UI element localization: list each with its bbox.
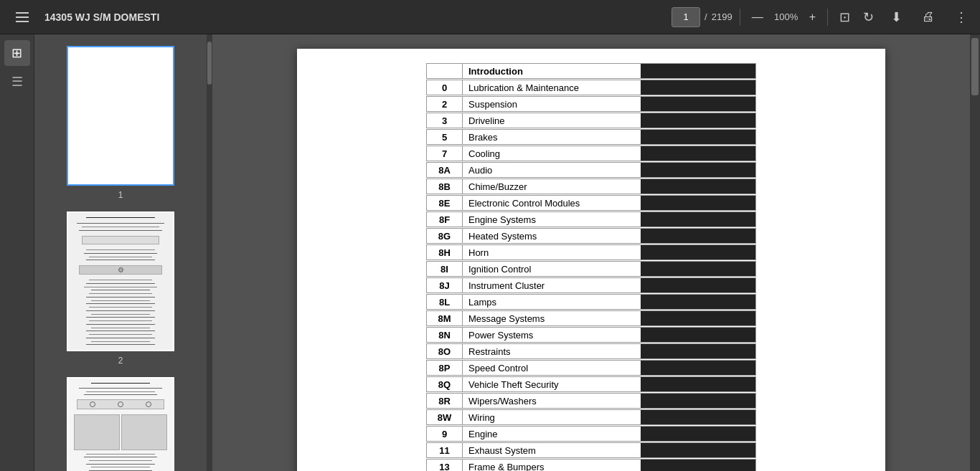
toc-container: Introduction 0 Lubrication & Maintenance… [426, 63, 756, 471]
right-scrollbar-thumb [971, 38, 979, 95]
toc-label: Brakes [463, 130, 641, 144]
thumbnail-number-2: 2 [118, 356, 123, 366]
toc-entry-19[interactable]: 8R Wipers/Washers [426, 393, 756, 409]
toc-bar [641, 97, 755, 111]
page-input[interactable] [672, 7, 700, 27]
toc-bar-intro [641, 64, 755, 78]
toc-bar [641, 245, 755, 260]
more-button[interactable]: ⋮ [951, 6, 971, 28]
history-icon: ↻ [863, 9, 874, 25]
toc-entry-0[interactable]: 0 Lubrication & Maintenance [426, 80, 756, 95]
toc-num: 2 [427, 97, 463, 111]
toc-entry-7[interactable]: 8E Electronic Control Modules [426, 195, 756, 211]
outline-view-button[interactable]: ☰ [4, 69, 30, 95]
fit-page-button[interactable]: ⊡ [835, 6, 854, 28]
thumbnail-item-1[interactable]: 1 [34, 40, 207, 206]
toc-entry-2[interactable]: 3 Driveline [426, 113, 756, 128]
toc-entry-12[interactable]: 8J Instrument Cluster [426, 277, 756, 293]
toc-entry-13[interactable]: 8L Lamps [426, 294, 756, 310]
thumbnail-image-2: ⚙ [67, 211, 174, 351]
thumbnails-panel[interactable]: 1 ⚙ [34, 34, 207, 471]
toc-entry-14[interactable]: 8M Message Systems [426, 310, 756, 326]
right-scrollbar[interactable] [970, 34, 980, 471]
toc-entry-23[interactable]: 13 Frame & Bumpers [426, 459, 756, 471]
print-button[interactable]: 🖨 [918, 6, 939, 27]
toc-bar [641, 344, 755, 358]
toc-label: Frame & Bumpers [463, 460, 641, 471]
toc-entry-11[interactable]: 8I Ignition Control [426, 261, 756, 277]
toc-num: 8G [427, 229, 463, 243]
document-title: 14305 WJ S/M DOMESTI [44, 11, 159, 23]
fit-page-icon: ⊡ [839, 9, 850, 25]
separator-1 [740, 9, 740, 26]
download-button[interactable]: ⬇ [887, 6, 906, 28]
thumbnail-view-button[interactable]: ⊞ [4, 40, 30, 66]
toc-num: 8N [427, 328, 463, 342]
outline-icon: ☰ [11, 75, 23, 88]
toolbar: 14305 WJ S/M DOMESTI / 2199 — 100% + ⊡ ↻… [0, 0, 980, 34]
toc-label: Vehicle Theft Security [463, 377, 641, 391]
toc-num: 8L [427, 295, 463, 309]
thumbnail-scrollbar[interactable] [207, 34, 212, 471]
toolbar-right: ⬇ 🖨 ⋮ [887, 6, 971, 28]
toc-bar [641, 460, 755, 471]
thumbnail-number-1: 1 [118, 190, 123, 200]
toc-bar [641, 443, 755, 457]
toc-entry-18[interactable]: 8Q Vehicle Theft Security [426, 376, 756, 392]
toc-num: 8Q [427, 377, 463, 391]
toc-entry-20[interactable]: 8W Wiring [426, 409, 756, 425]
history-button[interactable]: ↻ [859, 6, 878, 28]
toc-label: Engine Systems [463, 212, 641, 227]
toc-label-intro: Introduction [463, 64, 641, 78]
toc-entry-6[interactable]: 8B Chime/Buzzer [426, 179, 756, 194]
toc-label: Exhaust System [463, 443, 641, 457]
toc-entry-9[interactable]: 8G Heated Systems [426, 228, 756, 244]
toc-entry-intro[interactable]: Introduction [426, 63, 756, 79]
toc-label: Speed Control [463, 361, 641, 375]
thumbnail-item-2[interactable]: ⚙ [34, 206, 207, 371]
thumbnail-image-3 [67, 377, 174, 471]
thumbnail-item-3[interactable]: 3 [34, 371, 207, 471]
menu-button[interactable] [9, 6, 36, 28]
zoom-in-button[interactable]: + [805, 8, 820, 27]
toc-bar [641, 80, 755, 95]
toc-bar [641, 377, 755, 391]
toc-bar [641, 278, 755, 292]
toc-entry-5[interactable]: 8A Audio [426, 162, 756, 178]
toc-bar [641, 229, 755, 243]
toc-entry-17[interactable]: 8P Speed Control [426, 360, 756, 376]
toc-entry-3[interactable]: 5 Brakes [426, 129, 756, 145]
toc-num: 8W [427, 410, 463, 424]
document-area[interactable]: Introduction 0 Lubrication & Maintenance… [212, 34, 970, 471]
toc-entry-4[interactable]: 7 Cooling [426, 146, 756, 161]
toc-label: Instrument Cluster [463, 278, 641, 292]
toc-bar [641, 113, 755, 128]
toc-label: Electronic Control Modules [463, 196, 641, 210]
zoom-out-button[interactable]: — [748, 8, 768, 27]
toc-label: Power Systems [463, 328, 641, 342]
toc-bar [641, 262, 755, 276]
toc-entry-16[interactable]: 8O Restraints [426, 343, 756, 359]
toc-label: Chime/Buzzer [463, 179, 641, 194]
toc-num: 11 [427, 443, 463, 457]
toc-num: 8F [427, 212, 463, 227]
toc-num: 8R [427, 394, 463, 408]
toc-num: 8B [427, 179, 463, 194]
toc-num: 8H [427, 245, 463, 260]
toc-num: 9 [427, 427, 463, 441]
zoom-out-icon: — [752, 11, 763, 24]
zoom-in-icon: + [809, 11, 816, 24]
toc-entry-10[interactable]: 8H Horn [426, 244, 756, 260]
toc-entry-22[interactable]: 11 Exhaust System [426, 442, 756, 458]
toc-bar [641, 212, 755, 227]
toc-entry-15[interactable]: 8N Power Systems [426, 327, 756, 343]
toc-entry-8[interactable]: 8F Engine Systems [426, 211, 756, 227]
toc-bar [641, 394, 755, 408]
toc-label: Wiring [463, 410, 641, 424]
toc-num: 8O [427, 344, 463, 358]
toc-entry-21[interactable]: 9 Engine [426, 426, 756, 442]
toc-bar [641, 146, 755, 161]
toc-entry-1[interactable]: 2 Suspension [426, 96, 756, 112]
thumbnail-image-1 [67, 46, 174, 186]
document-page: Introduction 0 Lubrication & Maintenance… [297, 49, 885, 471]
